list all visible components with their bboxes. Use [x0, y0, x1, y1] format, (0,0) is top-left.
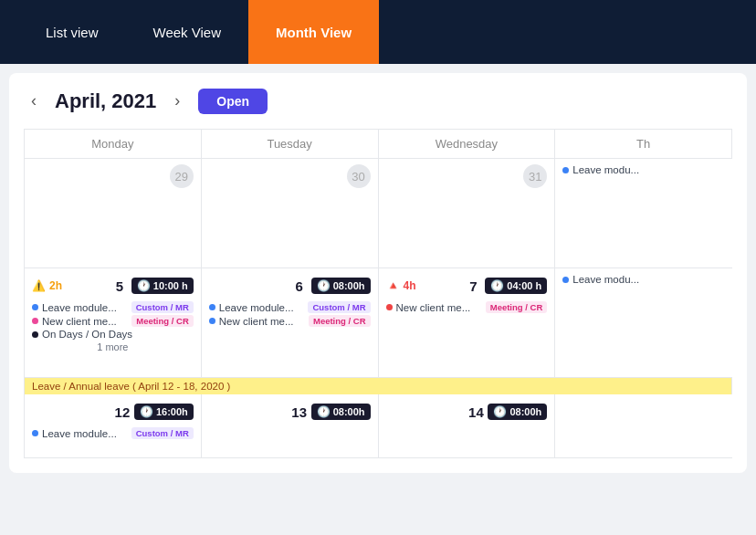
- event-tag: Meeting / CR: [486, 301, 548, 313]
- date-31: 31: [523, 164, 547, 188]
- event-client-7[interactable]: New client me... Meeting / CR: [386, 301, 548, 313]
- nav-bar: List view Week View Month View: [0, 0, 756, 64]
- prev-month-button[interactable]: ‹: [24, 88, 44, 114]
- clock-icon-13: 🕐: [317, 405, 331, 418]
- cell-top-14: 14 🕐 08:00h: [386, 400, 548, 424]
- time-label-12: 16:00h: [156, 406, 188, 417]
- cell-7: 🔺 4h 7 🕐 04:00 h New client me... Meetin…: [379, 268, 556, 378]
- time-badge-14: 🕐 08:00h: [488, 404, 547, 420]
- time-label-14: 08:00h: [509, 406, 541, 417]
- event-dot: [32, 318, 38, 324]
- event-client-6[interactable]: New client me... Meeting / CR: [209, 315, 371, 327]
- annual-leave-bar[interactable]: Leave / Annual leave ( April 12 - 18, 20…: [25, 378, 731, 394]
- event-tag: Custom / MR: [131, 301, 194, 313]
- clock-icon-6: 🕐: [317, 279, 331, 292]
- event-label: Leave module...: [42, 302, 128, 313]
- clock-icon-5: 🕐: [137, 279, 151, 292]
- clock-icon-14: 🕐: [493, 405, 507, 418]
- time-label-5: 10:00 h: [153, 280, 188, 291]
- event-client-5[interactable]: New client me... Meeting / CR: [32, 315, 194, 327]
- cell-5: ⚠️ 2h 5 🕐 10:00 h Leave module... Custom…: [25, 268, 202, 378]
- calendar-row-2: ⚠️ 2h 5 🕐 10:00 h Leave module... Custom…: [24, 268, 732, 378]
- event-dot: [209, 318, 215, 324]
- alert-error-7: 🔺 4h: [386, 279, 416, 292]
- warning-icon: ⚠️: [32, 279, 46, 292]
- time-badge-6: 🕐 08:00h: [311, 278, 371, 294]
- event-label: New client me...: [396, 302, 482, 313]
- calendar-title: April, 2021: [55, 89, 156, 113]
- error-icon-7: 🔺: [386, 279, 400, 292]
- time-label-7: 04:00 h: [507, 280, 541, 291]
- cell-13: 13 🕐 08:00h: [202, 394, 379, 458]
- annual-leave-row: Leave / Annual leave ( April 12 - 18, 20…: [25, 378, 732, 394]
- cell-top-30: 30: [209, 164, 371, 188]
- open-button[interactable]: Open: [198, 89, 268, 114]
- date-29: 29: [170, 164, 194, 188]
- time-badge-7: 🕐 04:00 h: [485, 278, 547, 294]
- day-header-thursday: Th: [555, 130, 732, 159]
- cell-thu-row1: Leave modu...: [555, 159, 732, 268]
- date-14: 14: [464, 400, 488, 424]
- tab-list-view[interactable]: List view: [18, 0, 126, 64]
- cell-6: 6 🕐 08:00h Leave module... Custom / MR N…: [202, 268, 379, 378]
- event-label: Leave module...: [219, 302, 305, 313]
- cell-top-5: ⚠️ 2h 5 🕐 10:00 h: [32, 274, 194, 298]
- more-link-5[interactable]: 1 more: [32, 341, 194, 352]
- event-label: New client me...: [219, 316, 305, 327]
- event-leave-12[interactable]: Leave module... Custom / MR: [32, 427, 194, 439]
- next-month-button[interactable]: ›: [167, 88, 187, 114]
- event-leave-6[interactable]: Leave module... Custom / MR: [209, 301, 371, 313]
- event-dot: [32, 430, 38, 436]
- cell-top-6: 6 🕐 08:00h: [209, 274, 371, 298]
- cell-30: 30: [202, 159, 379, 268]
- time-label-13: 08:00h: [333, 406, 365, 417]
- alert-label-7: 4h: [404, 279, 416, 292]
- main-content: ‹ April, 2021 › Open Monday Tuesday Wedn…: [9, 73, 747, 473]
- event-ondays-5[interactable]: On Days / On Days: [32, 329, 194, 340]
- alert-warning-5: ⚠️ 2h: [32, 279, 62, 292]
- event-label: On Days / On Days: [42, 329, 194, 340]
- cell-top-7: 🔺 4h 7 🕐 04:00 h: [386, 274, 548, 298]
- date-6: 6: [288, 274, 311, 298]
- calendar-header: ‹ April, 2021 › Open: [24, 88, 732, 114]
- alert-label-5: 2h: [49, 279, 62, 292]
- event-dot: [562, 277, 569, 283]
- date-7: 7: [461, 274, 485, 298]
- time-label-6: 08:00h: [333, 280, 365, 291]
- cell-thu-row2: Leave modu...: [555, 268, 732, 378]
- clock-icon-7: 🕐: [490, 279, 504, 292]
- event-leave-5[interactable]: Leave module... Custom / MR: [32, 301, 194, 313]
- calendar-row-3: Leave / Annual leave ( April 12 - 18, 20…: [24, 378, 732, 458]
- cell-thu-row3: [555, 394, 732, 458]
- day-headers: Monday Tuesday Wednesday Th: [24, 129, 732, 159]
- time-badge-5: 🕐 10:00 h: [131, 278, 194, 294]
- cell-top-13: 13 🕐 08:00h: [209, 400, 371, 424]
- cell-12: 12 🕐 16:00h Leave module... Custom / MR: [25, 394, 202, 458]
- day-header-monday: Monday: [25, 130, 202, 159]
- row3-cells: 12 🕐 16:00h Leave module... Custom / MR …: [25, 394, 732, 458]
- cell-31: 31: [379, 159, 556, 268]
- date-12: 12: [110, 400, 134, 424]
- event-tag: Custom / MR: [308, 301, 370, 313]
- clock-icon-12: 🕐: [140, 405, 153, 418]
- cell-top-12: 12 🕐 16:00h: [32, 400, 194, 424]
- cell-top-31: 31: [386, 164, 548, 188]
- time-badge-13: 🕐 08:00h: [311, 404, 371, 420]
- event-label: Leave modu...: [572, 274, 725, 285]
- tab-week-view[interactable]: Week View: [126, 0, 248, 64]
- event-leave-thu-row1[interactable]: Leave modu...: [562, 164, 725, 175]
- date-13: 13: [288, 400, 311, 424]
- event-dot: [209, 304, 215, 310]
- calendar-row-1: 29 30 31 Leave modu...: [24, 159, 732, 268]
- event-tag: Meeting / CR: [309, 315, 371, 327]
- cell-29: 29: [25, 159, 202, 268]
- event-leave-thu-row2[interactable]: Leave modu...: [562, 274, 725, 285]
- cell-14: 14 🕐 08:00h: [379, 394, 556, 458]
- day-header-tuesday: Tuesday: [202, 130, 379, 159]
- event-tag: Custom / MR: [131, 427, 194, 439]
- event-label: Leave modu...: [572, 164, 725, 175]
- event-tag: Meeting / CR: [131, 315, 194, 327]
- event-dot: [562, 167, 569, 173]
- tab-month-view[interactable]: Month View: [248, 0, 379, 64]
- date-30: 30: [347, 164, 371, 188]
